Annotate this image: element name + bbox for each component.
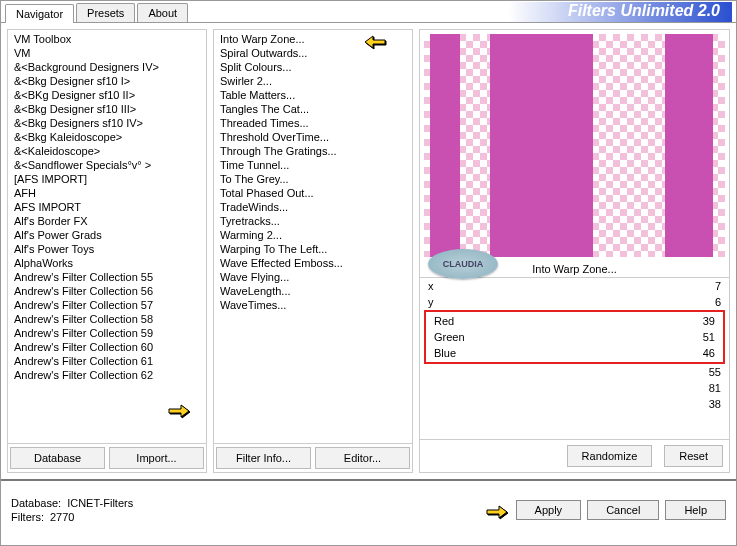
category-item[interactable]: Andrew's Filter Collection 61 <box>8 354 206 368</box>
filter-item[interactable]: To The Grey... <box>214 172 412 186</box>
filter-item[interactable]: Wave Effected Emboss... <box>214 256 412 270</box>
filter-item[interactable]: Table Matters... <box>214 88 412 102</box>
slider-row[interactable]: 55 <box>420 364 729 380</box>
category-item[interactable]: Alf's Border FX <box>8 214 206 228</box>
filter-item[interactable]: Split Colours... <box>214 60 412 74</box>
database-value: ICNET-Filters <box>67 497 133 509</box>
pointer-icon <box>362 30 388 50</box>
category-item[interactable]: &<Bkg Designer sf10 I> <box>8 74 206 88</box>
category-item[interactable]: [AFS IMPORT] <box>8 172 206 186</box>
filter-item[interactable]: Through The Gratings... <box>214 144 412 158</box>
filters-label: Filters: <box>11 511 44 523</box>
category-item[interactable]: Andrew's Filter Collection 62 <box>8 368 206 382</box>
reset-button[interactable]: Reset <box>664 445 723 467</box>
randomize-button[interactable]: Randomize <box>567 445 653 467</box>
tab-presets[interactable]: Presets <box>76 3 135 22</box>
filter-item[interactable]: WaveLength... <box>214 284 412 298</box>
preview-title-row: CLAUDIA Into Warp Zone... <box>420 261 729 277</box>
database-label: Database: <box>11 497 61 509</box>
slider-row[interactable]: Red39 <box>426 313 723 329</box>
category-item[interactable]: Andrew's Filter Collection 55 <box>8 270 206 284</box>
slider-label: Green <box>434 331 484 343</box>
footer: Database: ICNET-Filters Filters: 2770 Ap… <box>1 479 736 535</box>
filter-item[interactable]: Threaded Times... <box>214 116 412 130</box>
slider-value: 81 <box>709 382 721 394</box>
app-title: Filters Unlimited 2.0 <box>508 2 732 22</box>
tab-about[interactable]: About <box>137 3 188 22</box>
filter-item[interactable]: TradeWinds... <box>214 200 412 214</box>
filter-item[interactable]: Tyretracks... <box>214 214 412 228</box>
filters-value: 2770 <box>50 511 74 523</box>
slider-value: 6 <box>715 296 721 308</box>
database-button[interactable]: Database <box>10 447 105 469</box>
filter-item[interactable]: Total Phased Out... <box>214 186 412 200</box>
filter-column: Into Warp Zone...Spiral Outwards...Split… <box>213 29 413 473</box>
category-column: VM ToolboxVM&<Background Designers IV>&<… <box>7 29 207 473</box>
filter-item[interactable]: Threshold OverTime... <box>214 130 412 144</box>
category-item[interactable]: Andrew's Filter Collection 57 <box>8 298 206 312</box>
category-item[interactable]: AFS IMPORT <box>8 200 206 214</box>
slider-row[interactable]: y6 <box>420 294 729 310</box>
category-item[interactable]: Alf's Power Toys <box>8 242 206 256</box>
slider-label: Blue <box>434 347 484 359</box>
category-item[interactable]: AlphaWorks <box>8 256 206 270</box>
rgb-highlight: Red39Green51Blue46 <box>424 310 725 364</box>
category-item[interactable]: Alf's Power Grads <box>8 228 206 242</box>
filter-info-button[interactable]: Filter Info... <box>216 447 311 469</box>
slider-row[interactable]: 81 <box>420 380 729 396</box>
preview-column: CLAUDIA Into Warp Zone... x7y6 Red39Gree… <box>419 29 730 473</box>
category-item[interactable]: &<Bkg Designer sf10 III> <box>8 102 206 116</box>
slider-row[interactable]: x7 <box>420 278 729 294</box>
category-item[interactable]: &<BKg Designer sf10 II> <box>8 88 206 102</box>
filter-item[interactable]: Time Tunnel... <box>214 158 412 172</box>
filter-item[interactable]: Wave Flying... <box>214 270 412 284</box>
tab-navigator[interactable]: Navigator <box>5 4 74 23</box>
filter-list[interactable]: Into Warp Zone...Spiral Outwards...Split… <box>214 30 412 443</box>
category-item[interactable]: VM Toolbox <box>8 32 206 46</box>
slider-value: 46 <box>703 347 715 359</box>
import-button[interactable]: Import... <box>109 447 204 469</box>
help-button[interactable]: Help <box>665 500 726 520</box>
category-item[interactable]: VM <box>8 46 206 60</box>
apply-button[interactable]: Apply <box>516 500 582 520</box>
category-item[interactable]: Andrew's Filter Collection 58 <box>8 312 206 326</box>
editor-button[interactable]: Editor... <box>315 447 410 469</box>
slider-row[interactable]: Green51 <box>426 329 723 345</box>
sliders-panel: x7y6 Red39Green51Blue46 558138 <box>420 278 729 439</box>
slider-row[interactable]: Blue46 <box>426 345 723 361</box>
filter-item[interactable]: WaveTimes... <box>214 298 412 312</box>
category-item[interactable]: &<Sandflower Specials°v° > <box>8 158 206 172</box>
category-item[interactable]: &<Background Designers IV> <box>8 60 206 74</box>
pointer-icon <box>484 500 510 520</box>
filter-item[interactable]: Warping To The Left... <box>214 242 412 256</box>
category-list[interactable]: VM ToolboxVM&<Background Designers IV>&<… <box>8 30 206 443</box>
category-item[interactable]: Andrew's Filter Collection 59 <box>8 326 206 340</box>
pointer-icon <box>166 399 192 419</box>
filter-item[interactable]: Warming 2... <box>214 228 412 242</box>
main-area: VM ToolboxVM&<Background Designers IV>&<… <box>1 23 736 479</box>
category-item[interactable]: &<Kaleidoscope> <box>8 144 206 158</box>
slider-value: 55 <box>709 366 721 378</box>
filter-item[interactable]: Swirler 2... <box>214 74 412 88</box>
category-item[interactable]: Andrew's Filter Collection 56 <box>8 284 206 298</box>
slider-value: 39 <box>703 315 715 327</box>
category-item[interactable]: Andrew's Filter Collection 60 <box>8 340 206 354</box>
category-item[interactable]: AFH <box>8 186 206 200</box>
category-item[interactable]: &<Bkg Designers sf10 IV> <box>8 116 206 130</box>
slider-value: 7 <box>715 280 721 292</box>
preview-title: Into Warp Zone... <box>532 263 617 275</box>
watermark-badge: CLAUDIA <box>428 249 498 279</box>
slider-value: 51 <box>703 331 715 343</box>
slider-label: y <box>428 296 478 308</box>
cancel-button[interactable]: Cancel <box>587 500 659 520</box>
slider-label: x <box>428 280 478 292</box>
filter-item[interactable]: Tangles The Cat... <box>214 102 412 116</box>
slider-row[interactable]: 38 <box>420 396 729 412</box>
preview-image <box>424 34 725 257</box>
slider-label: Red <box>434 315 484 327</box>
slider-value: 38 <box>709 398 721 410</box>
tabs-row: Navigator Presets About Filters Unlimite… <box>1 1 736 23</box>
category-item[interactable]: &<Bkg Kaleidoscope> <box>8 130 206 144</box>
